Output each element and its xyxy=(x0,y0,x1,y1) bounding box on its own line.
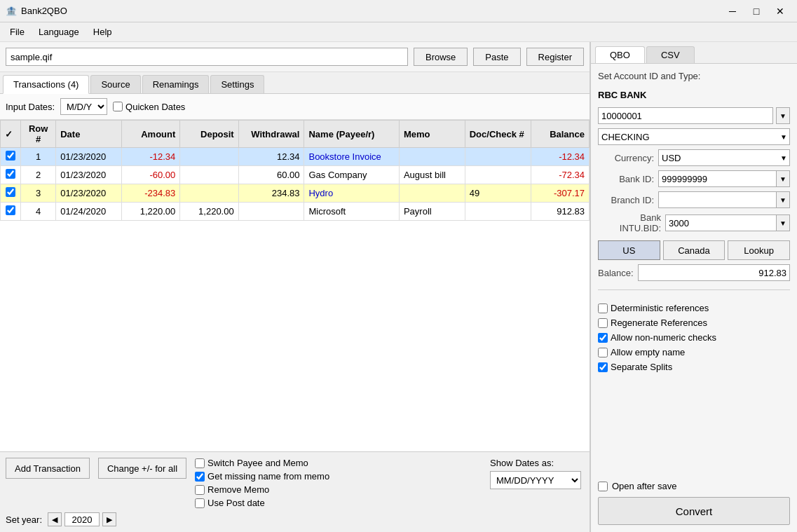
app-title: Bank2QBO xyxy=(21,6,721,16)
region-lookup-button[interactable]: Lookup xyxy=(728,240,790,260)
year-nav: ◀ ▶ xyxy=(48,512,116,526)
get-missing-name-label[interactable]: Get missing name from memo xyxy=(195,471,329,482)
convert-section: Open after save Convert xyxy=(591,474,797,532)
row-amount-0: -12.34 xyxy=(121,148,179,166)
tab-source[interactable]: Source xyxy=(90,75,140,93)
branch-id-row: Branch ID: ▼ xyxy=(598,191,790,208)
add-transaction-button[interactable]: Add Transaction xyxy=(6,458,90,479)
set-year-label: Set year: xyxy=(6,514,42,525)
bank-intu-dropdown[interactable]: ▼ xyxy=(776,214,790,231)
col-header-withdrawal: Withdrawal xyxy=(238,121,304,148)
allow-non-numeric-label[interactable]: Allow non-numeric checks xyxy=(598,332,790,343)
row-checkbox-0[interactable] xyxy=(6,151,15,161)
row-number-2: 3 xyxy=(21,184,56,203)
year-next-button[interactable]: ▶ xyxy=(102,512,116,526)
divider xyxy=(598,289,790,290)
input-dates-label: Input Dates: xyxy=(6,102,55,112)
remove-memo-checkbox[interactable] xyxy=(195,485,205,495)
tab-settings[interactable]: Settings xyxy=(210,75,264,93)
right-tab-csv[interactable]: CSV xyxy=(646,46,695,63)
deterministic-refs-label[interactable]: Deterministic references xyxy=(598,303,790,313)
maximize-button[interactable]: □ xyxy=(745,3,768,20)
deterministic-refs-checkbox[interactable] xyxy=(598,303,608,313)
region-us-button[interactable]: US xyxy=(598,240,660,260)
switch-payee-memo-label[interactable]: Switch Payee and Memo xyxy=(195,458,329,468)
separate-splits-label[interactable]: Separate Splits xyxy=(598,362,790,372)
bank-id-input[interactable] xyxy=(658,170,790,187)
row-check-3[interactable] xyxy=(1,203,21,221)
show-dates-group: Show Dates as: MM/DD/YYYY DD/MM/YYYY YYY… xyxy=(490,458,584,489)
file-input[interactable] xyxy=(6,48,408,66)
balance-input[interactable] xyxy=(638,264,790,281)
account-id-dropdown[interactable]: ▼ xyxy=(776,107,790,124)
row-checkbox-3[interactable] xyxy=(6,205,15,215)
balance-row: Balance: xyxy=(598,264,790,281)
browse-button[interactable]: Browse xyxy=(414,48,468,66)
window-controls: ─ □ ✕ xyxy=(721,3,791,20)
titlebar: 🏦 Bank2QBO ─ □ ✕ xyxy=(0,0,797,22)
row-name-0: Bookstore Invoice xyxy=(304,148,399,166)
switch-payee-memo-checkbox[interactable] xyxy=(195,458,205,468)
col-header-amount: Amount xyxy=(121,121,179,148)
get-missing-name-checkbox[interactable] xyxy=(195,472,205,482)
register-button[interactable]: Register xyxy=(526,48,584,66)
allow-non-numeric-checkbox[interactable] xyxy=(598,333,608,343)
bank-id-dropdown[interactable]: ▼ xyxy=(776,170,790,187)
regenerate-refs-label[interactable]: Regenerate References xyxy=(598,318,790,328)
table-row[interactable]: 3 01/23/2020 -234.83 234.83 Hydro 49 -30… xyxy=(1,184,590,203)
account-type-select[interactable]: CHECKING SAVINGS CREDITCARD xyxy=(598,128,790,145)
row-doc-1 xyxy=(465,166,531,184)
paste-button[interactable]: Paste xyxy=(473,48,520,66)
allow-empty-name-label[interactable]: Allow empty name xyxy=(598,347,790,357)
minimize-button[interactable]: ─ xyxy=(721,3,744,20)
row-name-1: Gas Company xyxy=(304,166,399,184)
row-doc-2: 49 xyxy=(465,184,531,203)
remove-memo-label[interactable]: Remove Memo xyxy=(195,484,329,495)
row-checkbox-1[interactable] xyxy=(6,169,15,179)
row-deposit-1 xyxy=(180,166,238,184)
row-doc-3 xyxy=(465,203,531,221)
row-checkbox-2[interactable] xyxy=(6,187,15,197)
row-check-2[interactable] xyxy=(1,184,21,203)
table-row[interactable]: 2 01/23/2020 -60.00 60.00 Gas Company Au… xyxy=(1,166,590,184)
close-button[interactable]: ✕ xyxy=(769,3,791,20)
currency-select[interactable]: USD CAD EUR xyxy=(658,149,790,166)
quicken-dates-label[interactable]: Quicken Dates xyxy=(113,102,185,112)
region-canada-button[interactable]: Canada xyxy=(663,240,726,260)
dates-format-select[interactable]: MM/DD/YYYY DD/MM/YYYY YYYY/MM/DD xyxy=(490,471,581,489)
table-row[interactable]: 4 01/24/2020 1,220.00 1,220.00 Microsoft… xyxy=(1,203,590,221)
left-panel: Browse Paste Register Transactions (4) S… xyxy=(0,42,590,532)
transactions-table: ✓ Row # Date Amount Deposit Withdrawal N… xyxy=(0,120,590,451)
menu-file[interactable]: File xyxy=(3,24,32,40)
date-format-select[interactable]: M/D/Y D/M/Y Y/M/D xyxy=(60,98,107,115)
tab-transactions[interactable]: Transactions (4) xyxy=(3,75,89,94)
convert-button[interactable]: Convert xyxy=(598,497,790,525)
regenerate-refs-checkbox[interactable] xyxy=(598,318,608,328)
open-after-save-label[interactable]: Open after save xyxy=(598,481,790,491)
change-for-all-button[interactable]: Change +/- for all xyxy=(98,458,186,479)
bank-id-row: Bank ID: ▼ xyxy=(598,170,790,187)
open-after-save-checkbox[interactable] xyxy=(598,482,608,491)
table-row[interactable]: 1 01/23/2020 -12.34 12.34 Bookstore Invo… xyxy=(1,148,590,166)
use-post-date-label[interactable]: Use Post date xyxy=(195,498,329,508)
row-check-0[interactable] xyxy=(1,148,21,166)
right-tab-qbo[interactable]: QBO xyxy=(595,46,645,63)
menu-help[interactable]: Help xyxy=(86,24,119,40)
year-input[interactable] xyxy=(64,512,100,526)
separate-splits-checkbox[interactable] xyxy=(598,362,608,372)
region-buttons: US Canada Lookup xyxy=(598,240,790,260)
row-check-1[interactable] xyxy=(1,166,21,184)
allow-empty-name-checkbox[interactable] xyxy=(598,348,608,357)
branch-id-input[interactable] xyxy=(658,191,790,208)
year-prev-button[interactable]: ◀ xyxy=(48,512,62,526)
menu-language[interactable]: Language xyxy=(32,24,86,40)
show-dates-label: Show Dates as: xyxy=(490,458,584,468)
quicken-dates-checkbox[interactable] xyxy=(113,102,123,111)
use-post-date-checkbox[interactable] xyxy=(195,498,205,508)
set-account-label: Set Account ID and Type: xyxy=(598,71,790,81)
bank-intu-input[interactable] xyxy=(665,214,790,231)
currency-label: Currency: xyxy=(598,153,654,163)
branch-id-dropdown[interactable]: ▼ xyxy=(776,191,790,208)
account-id-input[interactable] xyxy=(598,107,773,124)
tab-renamings[interactable]: Renamings xyxy=(142,75,210,93)
